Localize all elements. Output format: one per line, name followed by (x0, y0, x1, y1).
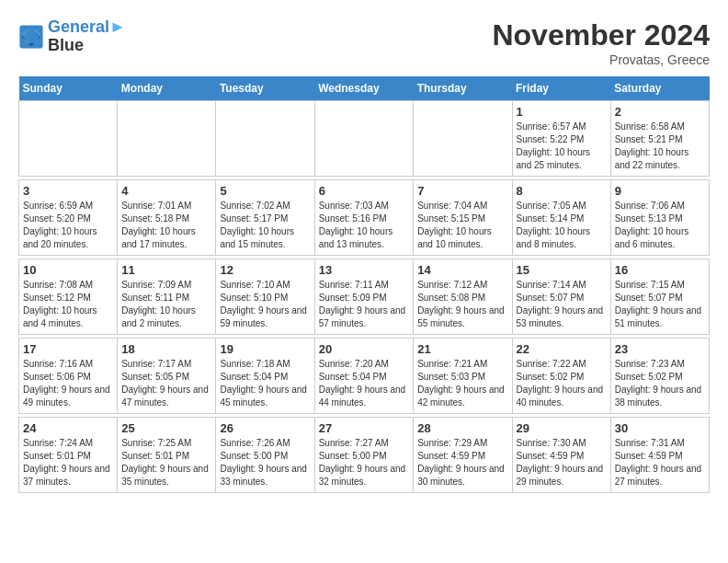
day-number: 30 (615, 421, 705, 435)
day-cell: 2Sunrise: 6:58 AM Sunset: 5:21 PM Daylig… (610, 101, 709, 177)
day-cell (414, 101, 512, 177)
day-cell: 21Sunrise: 7:21 AM Sunset: 5:03 PM Dayli… (414, 339, 512, 414)
day-info: Sunrise: 7:20 AM Sunset: 5:04 PM Dayligh… (319, 358, 410, 409)
day-info: Sunrise: 7:26 AM Sunset: 5:00 PM Dayligh… (220, 437, 310, 488)
day-info: Sunrise: 7:25 AM Sunset: 5:01 PM Dayligh… (121, 437, 211, 488)
day-number: 26 (220, 421, 310, 435)
day-cell: 23Sunrise: 7:23 AM Sunset: 5:02 PM Dayli… (610, 339, 709, 414)
week-row-3: 10Sunrise: 7:08 AM Sunset: 5:12 PM Dayli… (19, 259, 710, 335)
day-info: Sunrise: 6:59 AM Sunset: 5:20 PM Dayligh… (23, 200, 113, 251)
day-number: 29 (517, 421, 607, 435)
day-number: 23 (615, 342, 705, 356)
day-info: Sunrise: 7:23 AM Sunset: 5:02 PM Dayligh… (615, 358, 705, 409)
day-cell: 1Sunrise: 6:57 AM Sunset: 5:22 PM Daylig… (512, 101, 610, 177)
day-number: 22 (517, 342, 607, 356)
day-cell (19, 101, 118, 177)
day-cell: 15Sunrise: 7:14 AM Sunset: 5:07 PM Dayli… (512, 259, 610, 335)
day-number: 4 (121, 184, 211, 198)
day-number: 18 (121, 342, 211, 356)
day-number: 11 (121, 263, 211, 277)
page-header: General► Blue November 2024 Provatas, Gr… (18, 18, 710, 67)
month-title: November 2024 (492, 18, 710, 52)
day-info: Sunrise: 7:09 AM Sunset: 5:11 PM Dayligh… (121, 279, 211, 330)
day-cell: 25Sunrise: 7:25 AM Sunset: 5:01 PM Dayli… (118, 418, 216, 493)
day-number: 17 (23, 342, 113, 356)
day-info: Sunrise: 7:29 AM Sunset: 4:59 PM Dayligh… (417, 437, 507, 488)
weekday-header-monday: Monday (118, 76, 216, 101)
day-number: 3 (23, 184, 113, 198)
day-info: Sunrise: 6:57 AM Sunset: 5:22 PM Dayligh… (517, 121, 607, 172)
day-info: Sunrise: 7:03 AM Sunset: 5:16 PM Dayligh… (319, 200, 410, 251)
day-info: Sunrise: 7:15 AM Sunset: 5:07 PM Dayligh… (615, 279, 705, 330)
day-number: 12 (220, 263, 310, 277)
day-info: Sunrise: 7:06 AM Sunset: 5:13 PM Dayligh… (615, 200, 705, 251)
day-cell: 8Sunrise: 7:05 AM Sunset: 5:14 PM Daylig… (512, 180, 610, 256)
weekday-header-thursday: Thursday (414, 76, 512, 101)
day-cell: 7Sunrise: 7:04 AM Sunset: 5:15 PM Daylig… (414, 180, 512, 256)
day-cell: 22Sunrise: 7:22 AM Sunset: 5:02 PM Dayli… (512, 339, 610, 414)
day-info: Sunrise: 7:24 AM Sunset: 5:01 PM Dayligh… (23, 437, 113, 488)
week-row-1: 1Sunrise: 6:57 AM Sunset: 5:22 PM Daylig… (19, 101, 710, 177)
day-cell: 24Sunrise: 7:24 AM Sunset: 5:01 PM Dayli… (19, 418, 118, 493)
day-number: 20 (319, 342, 410, 356)
week-row-2: 3Sunrise: 6:59 AM Sunset: 5:20 PM Daylig… (19, 180, 710, 256)
day-cell: 17Sunrise: 7:16 AM Sunset: 5:06 PM Dayli… (19, 339, 118, 414)
day-number: 15 (517, 263, 607, 277)
weekday-header-sunday: Sunday (19, 76, 118, 101)
day-cell: 26Sunrise: 7:26 AM Sunset: 5:00 PM Dayli… (216, 418, 314, 493)
day-number: 13 (319, 263, 410, 277)
day-cell: 4Sunrise: 7:01 AM Sunset: 5:18 PM Daylig… (118, 180, 216, 256)
day-cell: 14Sunrise: 7:12 AM Sunset: 5:08 PM Dayli… (414, 259, 512, 335)
day-cell: 3Sunrise: 6:59 AM Sunset: 5:20 PM Daylig… (19, 180, 118, 256)
day-number: 28 (417, 421, 507, 435)
day-cell (118, 101, 216, 177)
day-info: Sunrise: 7:04 AM Sunset: 5:15 PM Dayligh… (417, 200, 507, 251)
logo-text: General► Blue (48, 18, 126, 55)
weekday-header-tuesday: Tuesday (216, 76, 314, 101)
week-row-4: 17Sunrise: 7:16 AM Sunset: 5:06 PM Dayli… (19, 339, 710, 414)
location: Provatas, Greece (492, 52, 710, 67)
day-info: Sunrise: 7:08 AM Sunset: 5:12 PM Dayligh… (23, 279, 113, 330)
day-cell (314, 101, 414, 177)
day-info: Sunrise: 7:11 AM Sunset: 5:09 PM Dayligh… (319, 279, 410, 330)
day-cell: 5Sunrise: 7:02 AM Sunset: 5:17 PM Daylig… (216, 180, 314, 256)
day-cell: 27Sunrise: 7:27 AM Sunset: 5:00 PM Dayli… (314, 418, 414, 493)
day-info: Sunrise: 7:14 AM Sunset: 5:07 PM Dayligh… (517, 279, 607, 330)
day-number: 21 (417, 342, 507, 356)
day-cell: 19Sunrise: 7:18 AM Sunset: 5:04 PM Dayli… (216, 339, 314, 414)
day-info: Sunrise: 7:01 AM Sunset: 5:18 PM Dayligh… (121, 200, 211, 251)
day-cell: 6Sunrise: 7:03 AM Sunset: 5:16 PM Daylig… (314, 180, 414, 256)
day-number: 2 (615, 105, 705, 119)
day-info: Sunrise: 7:17 AM Sunset: 5:05 PM Dayligh… (121, 358, 211, 409)
day-cell: 11Sunrise: 7:09 AM Sunset: 5:11 PM Dayli… (118, 259, 216, 335)
day-info: Sunrise: 7:12 AM Sunset: 5:08 PM Dayligh… (417, 279, 507, 330)
day-number: 16 (615, 263, 705, 277)
day-info: Sunrise: 7:16 AM Sunset: 5:06 PM Dayligh… (23, 358, 113, 409)
day-cell: 30Sunrise: 7:31 AM Sunset: 4:59 PM Dayli… (610, 418, 709, 493)
calendar-table: SundayMondayTuesdayWednesdayThursdayFrid… (18, 76, 710, 493)
day-number: 10 (23, 263, 113, 277)
weekday-header-row: SundayMondayTuesdayWednesdayThursdayFrid… (19, 76, 710, 101)
day-number: 14 (417, 263, 507, 277)
day-number: 8 (517, 184, 607, 198)
day-cell: 20Sunrise: 7:20 AM Sunset: 5:04 PM Dayli… (314, 339, 414, 414)
day-number: 9 (615, 184, 705, 198)
day-cell: 9Sunrise: 7:06 AM Sunset: 5:13 PM Daylig… (610, 180, 709, 256)
day-info: Sunrise: 7:30 AM Sunset: 4:59 PM Dayligh… (517, 437, 607, 488)
day-cell (216, 101, 314, 177)
logo-icon (18, 24, 44, 50)
day-cell: 18Sunrise: 7:17 AM Sunset: 5:05 PM Dayli… (118, 339, 216, 414)
title-block: November 2024 Provatas, Greece (492, 18, 710, 67)
day-info: Sunrise: 7:27 AM Sunset: 5:00 PM Dayligh… (319, 437, 410, 488)
day-info: Sunrise: 6:58 AM Sunset: 5:21 PM Dayligh… (615, 121, 705, 172)
day-info: Sunrise: 7:22 AM Sunset: 5:02 PM Dayligh… (517, 358, 607, 409)
day-info: Sunrise: 7:21 AM Sunset: 5:03 PM Dayligh… (417, 358, 507, 409)
day-number: 5 (220, 184, 310, 198)
day-number: 27 (319, 421, 410, 435)
day-cell: 28Sunrise: 7:29 AM Sunset: 4:59 PM Dayli… (414, 418, 512, 493)
day-cell: 12Sunrise: 7:10 AM Sunset: 5:10 PM Dayli… (216, 259, 314, 335)
day-cell: 13Sunrise: 7:11 AM Sunset: 5:09 PM Dayli… (314, 259, 414, 335)
weekday-header-wednesday: Wednesday (314, 76, 414, 101)
day-info: Sunrise: 7:31 AM Sunset: 4:59 PM Dayligh… (615, 437, 705, 488)
day-number: 1 (517, 105, 607, 119)
